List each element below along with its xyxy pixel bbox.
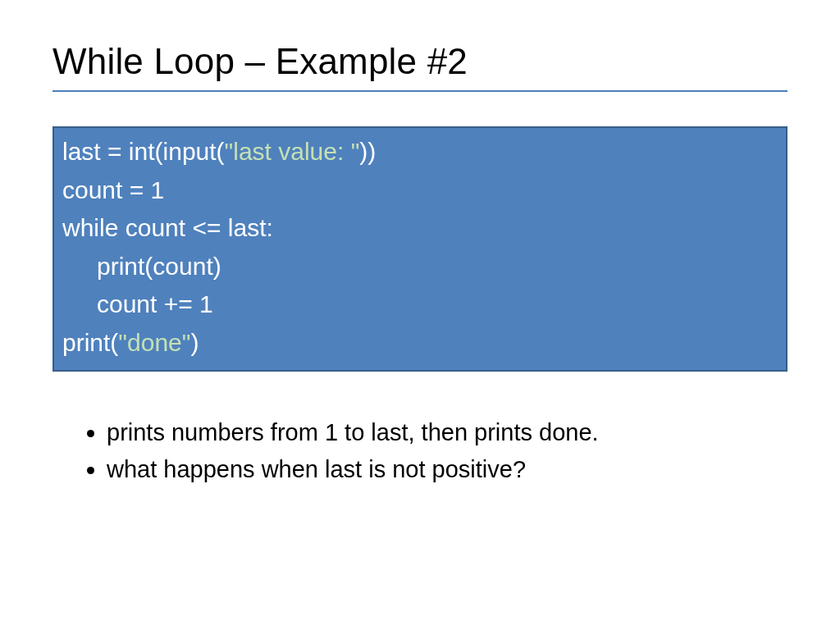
code-text: ))	[359, 138, 376, 165]
code-text: print(	[62, 329, 118, 356]
bullet-list: prints numbers from 1 to last, then prin…	[52, 416, 788, 486]
string-literal: "last value: "	[225, 138, 360, 165]
code-text: while count <= last:	[62, 214, 273, 241]
code-text: print(count)	[97, 253, 221, 280]
code-line-2: count = 1	[62, 171, 778, 210]
code-line-4: print(count)	[62, 248, 778, 286]
bullet-item: what happens when last is not positive?	[107, 453, 788, 486]
code-line-3: while count <= last:	[62, 209, 778, 248]
slide: While Loop – Example #2 last = int(input…	[0, 0, 840, 630]
code-line-1: last = int(input("last value: "))	[62, 133, 778, 171]
code-text: )	[190, 329, 199, 356]
bullet-item: prints numbers from 1 to last, then prin…	[107, 416, 788, 450]
title-rule	[52, 90, 788, 92]
code-block: last = int(input("last value: ")) count …	[52, 126, 788, 372]
code-line-6: print("done")	[62, 324, 778, 363]
slide-title: While Loop – Example #2	[52, 41, 788, 82]
code-text: count = 1	[62, 176, 164, 203]
code-text: count += 1	[97, 290, 213, 317]
string-literal: "done"	[118, 329, 190, 356]
code-text: last = int(input(	[62, 138, 225, 165]
code-line-5: count += 1	[62, 285, 778, 324]
